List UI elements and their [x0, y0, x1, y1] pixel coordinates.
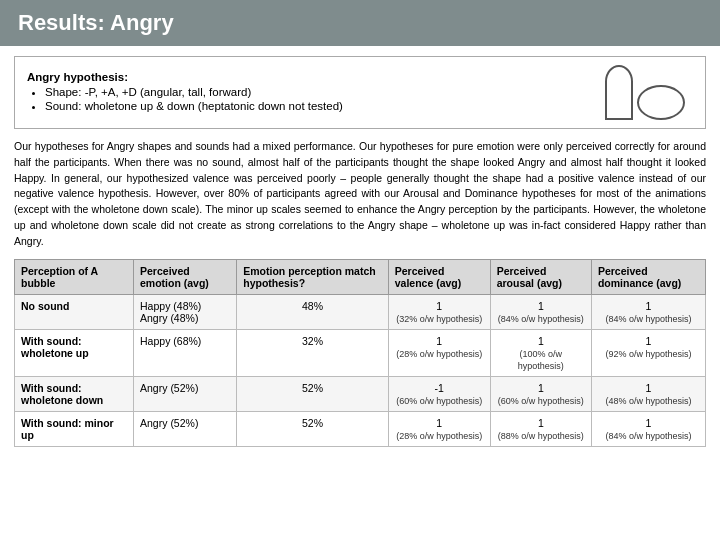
hypothesis-list: Shape: -P, +A, +D (angular, tall, forwar… — [27, 86, 343, 112]
table-row: With sound: minor upAngry (52%)52%1(28% … — [15, 412, 706, 447]
col-header-emotion: Perceived emotion (avg) — [134, 260, 237, 295]
cell-perception: With sound: wholetone up — [15, 330, 134, 377]
cell-emotion: Angry (52%) — [134, 377, 237, 412]
cell-perception: No sound — [15, 295, 134, 330]
cell-emotion: Angry (52%) — [134, 412, 237, 447]
table-row: No soundHappy (48%)Angry (48%)48%1(32% o… — [15, 295, 706, 330]
cell-dominance: 1(48% o/w hypothesis) — [591, 377, 705, 412]
table-row: With sound: wholetone downAngry (52%)52%… — [15, 377, 706, 412]
col-header-arousal: Perceived arousal (avg) — [490, 260, 591, 295]
hypothesis-text: Angry hypothesis: Shape: -P, +A, +D (ang… — [27, 71, 343, 114]
col-header-dominance: Perceived dominance (avg) — [591, 260, 705, 295]
cell-match: 52% — [237, 377, 388, 412]
cell-emotion: Happy (68%) — [134, 330, 237, 377]
shape-icons — [605, 65, 685, 120]
cell-perception: With sound: wholetone down — [15, 377, 134, 412]
col-header-valence: Perceived valence (avg) — [388, 260, 490, 295]
col-header-match: Emotion perception match hypothesis? — [237, 260, 388, 295]
body-text: Our hypotheses for Angry shapes and soun… — [14, 139, 706, 249]
cell-arousal: 1(84% o/w hypothesis) — [490, 295, 591, 330]
wide-shape-icon — [637, 85, 685, 120]
cell-emotion: Happy (48%)Angry (48%) — [134, 295, 237, 330]
cell-valence: 1(32% o/w hypothesis) — [388, 295, 490, 330]
cell-arousal: 1(88% o/w hypothesis) — [490, 412, 591, 447]
results-table: Perception of A bubble Perceived emotion… — [14, 259, 706, 447]
page-title: Results: Angry — [0, 0, 720, 46]
cell-valence: 1(28% o/w hypothesis) — [388, 330, 490, 377]
cell-valence: 1(28% o/w hypothesis) — [388, 412, 490, 447]
hypothesis-bullet-1: Shape: -P, +A, +D (angular, tall, forwar… — [45, 86, 343, 98]
hypothesis-bullet-2: Sound: wholetone up & down (heptatonic d… — [45, 100, 343, 112]
tall-shape-icon — [605, 65, 633, 120]
cell-dominance: 1(84% o/w hypothesis) — [591, 412, 705, 447]
cell-match: 48% — [237, 295, 388, 330]
hypothesis-title: Angry hypothesis: — [27, 71, 343, 83]
cell-arousal: 1(60% o/w hypothesis) — [490, 377, 591, 412]
col-header-perception: Perception of A bubble — [15, 260, 134, 295]
cell-arousal: 1(100% o/w hypothesis) — [490, 330, 591, 377]
table-row: With sound: wholetone upHappy (68%)32%1(… — [15, 330, 706, 377]
cell-dominance: 1(92% o/w hypothesis) — [591, 330, 705, 377]
hypothesis-box: Angry hypothesis: Shape: -P, +A, +D (ang… — [14, 56, 706, 129]
cell-dominance: 1(84% o/w hypothesis) — [591, 295, 705, 330]
cell-match: 52% — [237, 412, 388, 447]
cell-match: 32% — [237, 330, 388, 377]
cell-perception: With sound: minor up — [15, 412, 134, 447]
cell-valence: -1(60% o/w hypothesis) — [388, 377, 490, 412]
